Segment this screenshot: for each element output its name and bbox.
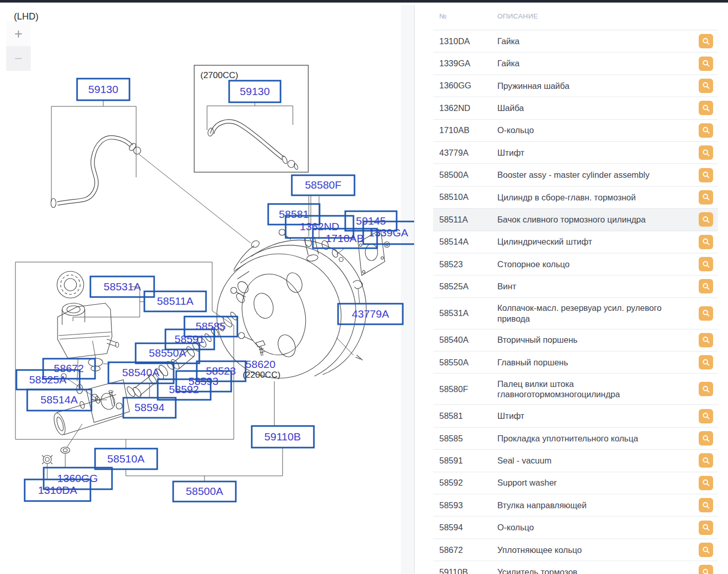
- part-label-58550A[interactable]: 58550A: [136, 343, 199, 363]
- search-icon: [702, 38, 710, 45]
- search-button[interactable]: [699, 521, 713, 535]
- part-description: Втулка направляющей: [497, 500, 667, 511]
- table-row[interactable]: 59110BУсилитель тормозов: [433, 561, 718, 574]
- table-row[interactable]: 1360GGПружинная шайба: [433, 75, 718, 97]
- table-row[interactable]: 58550AГлавный поршень: [433, 351, 718, 374]
- zoom-out-button[interactable]: −: [6, 46, 31, 71]
- table-row[interactable]: 58592Support washer: [433, 472, 718, 494]
- exploded-parts-diagram: 58620 (2200CC) (2700CC) 59130 59130 5858…: [0, 3, 414, 574]
- column-header-description: ОПИСАНИЕ: [497, 12, 667, 21]
- search-icon: [702, 412, 710, 420]
- part-description: Усилитель тормозов: [497, 567, 667, 574]
- table-row[interactable]: 1710ABО-кольцо: [433, 120, 718, 142]
- search-button[interactable]: [699, 498, 713, 512]
- zoom-in-button[interactable]: +: [6, 22, 31, 46]
- part-number: 1362ND: [433, 103, 497, 113]
- table-row[interactable]: 43779AШтифт: [433, 142, 718, 164]
- part-label-58580F[interactable]: 58580F: [292, 175, 354, 195]
- search-button[interactable]: [699, 306, 713, 321]
- search-button[interactable]: [699, 476, 713, 490]
- part-description: Гайка: [497, 36, 667, 47]
- part-label-58540A[interactable]: 58540A: [108, 362, 174, 383]
- table-row[interactable]: 58672Уплотняющее кольцо: [433, 539, 718, 561]
- search-button[interactable]: [699, 190, 713, 205]
- column-header-number: №: [433, 12, 497, 20]
- svg-text:59130: 59130: [88, 83, 118, 95]
- search-button[interactable]: [699, 382, 713, 396]
- table-row[interactable]: 58514AЦилиндрический штифт: [433, 231, 718, 253]
- svg-text:58550A: 58550A: [149, 347, 186, 359]
- table-row[interactable]: 1339GAГайка: [433, 52, 718, 75]
- search-button[interactable]: [699, 168, 713, 182]
- parts-catalog-page: (LHD) + −: [0, 0, 728, 574]
- search-button[interactable]: [699, 79, 713, 93]
- minus-icon: −: [14, 51, 23, 67]
- table-row[interactable]: 58591Seal - vacuum: [433, 450, 718, 472]
- table-row[interactable]: 58510AЦилиндр в сборе-главн. тормозной: [433, 187, 718, 209]
- search-button[interactable]: [699, 355, 713, 369]
- search-button[interactable]: [699, 565, 713, 574]
- inset-variant-label: (2700CC): [200, 70, 238, 80]
- search-button[interactable]: [699, 101, 713, 115]
- part-description: Шайба: [497, 103, 667, 114]
- part-description: Главный поршень: [497, 357, 667, 368]
- search-button[interactable]: [699, 235, 713, 249]
- search-icon: [702, 104, 710, 112]
- svg-text:59130: 59130: [240, 85, 270, 97]
- part-number: 58511A: [433, 215, 497, 225]
- search-button[interactable]: [699, 431, 713, 446]
- table-row[interactable]: 58540AВторичный поршень: [433, 329, 718, 351]
- part-label-59130-inset[interactable]: 59130: [229, 81, 281, 102]
- search-icon: [702, 60, 710, 67]
- search-button[interactable]: [699, 123, 713, 138]
- search-icon: [702, 238, 710, 246]
- table-row[interactable]: 58525AВинт: [433, 275, 718, 298]
- part-number: 59110B: [433, 567, 497, 574]
- table-row[interactable]: 58500ABooster assy - master cylinder ass…: [433, 164, 718, 186]
- svg-text:58594: 58594: [135, 401, 165, 413]
- search-button[interactable]: [699, 279, 713, 293]
- part-label-58594[interactable]: 58594: [123, 398, 176, 418]
- part-number: 58581: [433, 411, 497, 421]
- part-label-43779A[interactable]: 43779A: [338, 304, 403, 324]
- search-button[interactable]: [699, 34, 713, 48]
- svg-text:58540A: 58540A: [122, 366, 159, 378]
- table-row[interactable]: 58594О-кольцо: [433, 516, 718, 539]
- search-icon: [702, 479, 710, 487]
- table-row[interactable]: 58531AКолпачок-масл. резервуар усил. рул…: [433, 298, 718, 329]
- search-button[interactable]: [699, 543, 713, 557]
- table-row[interactable]: 1310DAГайка: [433, 30, 718, 52]
- table-row[interactable]: 58585Прокладка уплотнительного кольца: [433, 428, 718, 450]
- part-number: 58514A: [433, 237, 497, 247]
- search-button[interactable]: [699, 145, 713, 160]
- part-number: 43779A: [433, 148, 497, 158]
- table-row[interactable]: 58581Штифт: [433, 405, 718, 427]
- search-icon: [702, 283, 710, 290]
- part-label-58510A[interactable]: 58510A: [95, 449, 157, 469]
- search-button[interactable]: [699, 453, 713, 468]
- search-icon: [702, 82, 710, 89]
- search-button[interactable]: [699, 212, 713, 227]
- search-button[interactable]: [699, 257, 713, 271]
- part-number: 1360GG: [433, 81, 497, 90]
- table-row[interactable]: 58593Втулка направляющей: [433, 494, 718, 516]
- search-icon: [702, 385, 710, 393]
- part-description: Колпачок-масл. резервуар усил. рулевого …: [497, 303, 667, 324]
- part-description: Штифт: [497, 147, 667, 158]
- search-button[interactable]: [699, 409, 713, 423]
- table-row[interactable]: 58580FПалец вилки штока главноготормомзн…: [433, 374, 718, 405]
- part-label-59130[interactable]: 59130: [77, 79, 129, 100]
- part-description: Прокладка уплотнительного кольца: [497, 433, 667, 444]
- table-row-selected[interactable]: 58511AБачок сливного тормозного цилиндра: [433, 209, 718, 231]
- part-label-59110B[interactable]: 59110B: [252, 426, 314, 448]
- search-button[interactable]: [699, 333, 713, 347]
- search-icon: [702, 309, 710, 317]
- part-label-58500A[interactable]: 58500A: [173, 482, 236, 502]
- table-row[interactable]: 58523Стопорное кольцо: [433, 253, 718, 275]
- table-row[interactable]: 1362NDШайба: [433, 97, 718, 119]
- part-labels: 59130 59130 58580F 58581 1362ND 59145 13…: [16, 79, 414, 502]
- search-button[interactable]: [699, 57, 713, 71]
- search-icon: [702, 457, 710, 465]
- parts-table-pane: № ОПИСАНИЕ 1310DAГайка 1339GAГайка 1360G…: [415, 3, 728, 574]
- svg-text:59110B: 59110B: [265, 431, 301, 442]
